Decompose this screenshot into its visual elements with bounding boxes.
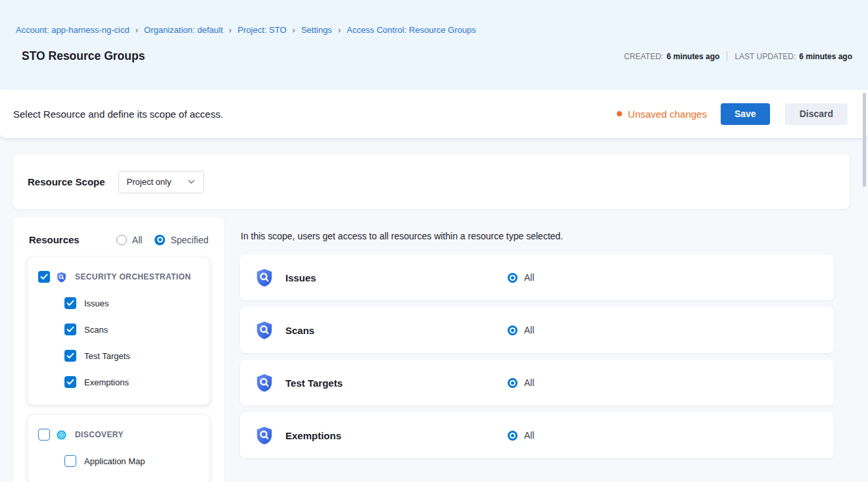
sto-shield-icon bbox=[254, 268, 274, 287]
breadcrumb-project[interactable]: Project: STO bbox=[237, 25, 286, 35]
discovery-icon bbox=[56, 429, 67, 441]
sto-shield-icon bbox=[254, 425, 274, 445]
resource-row-label: Exemptions bbox=[285, 430, 341, 441]
resource-row-label: Issues bbox=[285, 272, 316, 283]
radio-specified-label: Specified bbox=[170, 235, 208, 245]
resource-group-security-orchestration: SECURITY ORCHESTRATION Issues Scans bbox=[28, 257, 210, 405]
radio-all[interactable]: All bbox=[116, 235, 143, 245]
resource-scope-value: Project only bbox=[127, 177, 172, 187]
resource-scope-card: Resource Scope Project only bbox=[13, 155, 850, 209]
toolbar: Select Resource and define its scope of … bbox=[0, 89, 868, 138]
breadcrumb-account[interactable]: Account: app-harness-ng-cicd bbox=[16, 25, 130, 35]
last-updated-label: LAST UPDATED: bbox=[735, 52, 796, 61]
created-value: 6 minutes ago bbox=[667, 52, 720, 61]
access-radio-all[interactable]: All bbox=[508, 430, 535, 441]
check-icon bbox=[66, 379, 74, 385]
checkbox-issues[interactable] bbox=[64, 297, 76, 309]
tree-item-scans: Scans bbox=[64, 324, 199, 335]
access-all-label: All bbox=[524, 430, 535, 441]
check-icon bbox=[66, 352, 74, 359]
tree-item-issues: Issues bbox=[64, 297, 199, 309]
divider bbox=[727, 51, 727, 61]
access-radio-all[interactable]: All bbox=[508, 377, 535, 388]
check-icon bbox=[66, 300, 74, 306]
breadcrumb: Account: app-harness-ng-cicd › Organizat… bbox=[16, 25, 852, 35]
page-title: STO Resource Groups bbox=[22, 49, 145, 63]
page-header: Account: app-harness-ng-cicd › Organizat… bbox=[0, 0, 868, 89]
radio-all-label: All bbox=[132, 235, 143, 245]
checkbox-discovery[interactable] bbox=[38, 429, 50, 441]
tree-item-label: Scans bbox=[84, 325, 108, 335]
sto-shield-icon bbox=[56, 272, 67, 283]
access-radio-all[interactable]: All bbox=[508, 272, 535, 283]
access-all-label: All bbox=[524, 377, 535, 388]
radio-specified[interactable]: Specified bbox=[155, 235, 208, 245]
timestamps: CREATED: 6 minutes ago LAST UPDATED: 6 m… bbox=[624, 51, 852, 61]
resource-row-scans: Scans All bbox=[240, 307, 834, 353]
scope-description: In this scope, users get access to all r… bbox=[241, 231, 834, 241]
resource-row-label: Scans bbox=[285, 325, 314, 336]
radio-selected-icon[interactable] bbox=[508, 273, 518, 283]
vertical-scrollbar[interactable] bbox=[863, 93, 866, 187]
discard-button[interactable]: Discard bbox=[785, 103, 848, 125]
resources-mode-radio-group: All Specified bbox=[116, 235, 208, 245]
resource-row-label: Test Targets bbox=[285, 377, 343, 389]
sto-shield-icon bbox=[254, 373, 274, 393]
resource-row-exemptions: Exemptions All bbox=[240, 412, 834, 458]
tree-item-exemptions: Exemptions bbox=[64, 376, 199, 388]
unsaved-changes-label: Unsaved changes bbox=[628, 108, 707, 120]
resource-scope-dropdown[interactable]: Project only bbox=[118, 171, 204, 193]
access-all-label: All bbox=[524, 272, 535, 283]
breadcrumb-settings[interactable]: Settings bbox=[301, 25, 332, 35]
tree-item-application-map: Application Map bbox=[64, 455, 199, 467]
breadcrumb-access-control[interactable]: Access Control: Resource Groups bbox=[347, 25, 476, 35]
group-label: SECURITY ORCHESTRATION bbox=[75, 272, 191, 281]
resources-title: Resources bbox=[29, 234, 80, 245]
chevron-right-icon: › bbox=[338, 25, 341, 35]
checkbox-exemptions[interactable] bbox=[64, 376, 76, 388]
resource-row-test-targets: Test Targets All bbox=[240, 360, 834, 406]
radio-selected-icon[interactable] bbox=[508, 325, 518, 335]
resource-group-discovery: DISCOVERY Application Map bbox=[28, 415, 210, 482]
access-radio-all[interactable]: All bbox=[508, 325, 535, 335]
resources-panel: Resources All Specified bbox=[13, 217, 224, 482]
chevron-down-icon bbox=[187, 180, 195, 185]
chevron-right-icon: › bbox=[135, 25, 138, 35]
breadcrumb-organization[interactable]: Organization: default bbox=[144, 25, 223, 35]
radio-selected-icon[interactable] bbox=[155, 235, 165, 245]
toolbar-description: Select Resource and define its scope of … bbox=[13, 108, 223, 120]
resource-row-issues: Issues All bbox=[240, 254, 834, 301]
tree-item-test-targets: Test Targets bbox=[64, 350, 199, 362]
tree-item-label: Exemptions bbox=[84, 377, 129, 387]
radio-selected-icon[interactable] bbox=[508, 378, 518, 388]
check-icon bbox=[66, 326, 74, 333]
checkbox-scans[interactable] bbox=[64, 324, 76, 335]
created-label: CREATED: bbox=[624, 52, 663, 61]
radio-unselected-icon[interactable] bbox=[116, 235, 127, 245]
group-label: DISCOVERY bbox=[75, 430, 124, 439]
save-button[interactable]: Save bbox=[721, 103, 770, 125]
check-icon bbox=[40, 274, 48, 280]
radio-selected-icon[interactable] bbox=[508, 431, 518, 441]
checkbox-test-targets[interactable] bbox=[64, 350, 76, 362]
checkbox-security-orchestration[interactable] bbox=[38, 271, 50, 283]
tree-item-label: Application Map bbox=[84, 456, 145, 466]
sto-shield-icon bbox=[254, 320, 274, 340]
last-updated-value: 6 minutes ago bbox=[799, 52, 852, 61]
access-all-label: All bbox=[524, 325, 535, 335]
tree-item-label: Issues bbox=[84, 299, 109, 308]
tree-item-label: Test Targets bbox=[84, 351, 130, 361]
resource-access-section: In this scope, users get access to all r… bbox=[240, 217, 834, 465]
content-area: Resource Scope Project only Resources Al… bbox=[0, 138, 868, 482]
checkbox-application-map[interactable] bbox=[64, 455, 76, 467]
chevron-right-icon: › bbox=[229, 25, 231, 35]
unsaved-dot-icon bbox=[617, 111, 622, 116]
chevron-right-icon: › bbox=[293, 25, 295, 35]
resource-scope-label: Resource Scope bbox=[28, 176, 105, 187]
